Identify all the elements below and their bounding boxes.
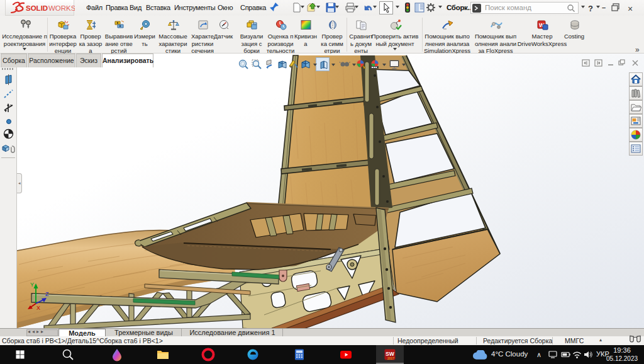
svg-text:WORKS: WORKS [48,4,75,12]
svg-text:2017: 2017 [387,356,394,360]
svg-text:X: X [36,305,40,311]
svg-text:Z: Z [45,291,49,297]
svg-text:SOLID: SOLID [26,4,48,12]
svg-text:Y: Y [30,282,34,288]
